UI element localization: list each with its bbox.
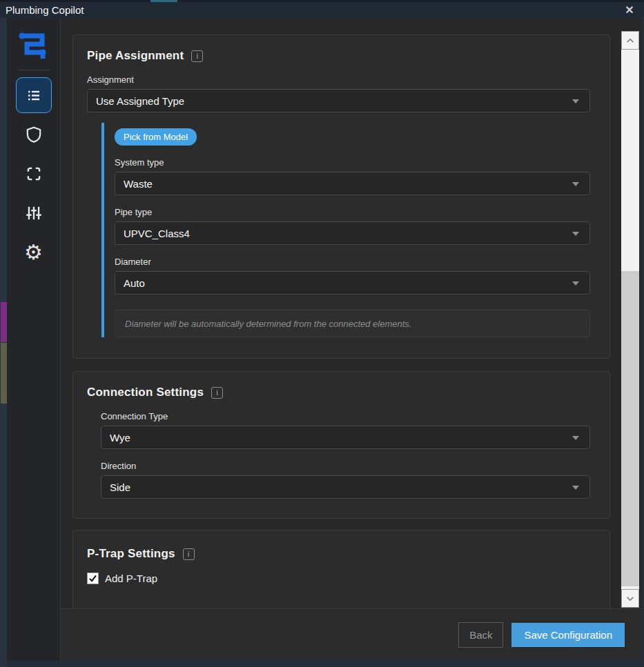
gear-icon: ⚙ <box>24 242 43 263</box>
assignment-select[interactable]: Use Assigned Type <box>87 89 590 112</box>
scrollbar-down-button[interactable] <box>621 589 639 608</box>
sliders-icon <box>25 204 43 222</box>
add-ptrap-row[interactable]: Add P-Trap <box>87 573 596 584</box>
direction-label: Direction <box>101 461 596 471</box>
connection-type-select-value: Wye <box>110 432 130 444</box>
chevron-down-icon <box>572 281 579 286</box>
sidebar-item-protection[interactable] <box>16 117 52 152</box>
shield-icon <box>25 126 43 143</box>
form-scroll-area: Pipe Assignment i Assignment Use Assigne… <box>61 18 642 608</box>
system-type-label: System type <box>115 157 596 168</box>
assignment-label: Assignment <box>87 74 596 85</box>
info-icon[interactable]: i <box>183 548 195 560</box>
info-icon[interactable]: i <box>211 387 223 399</box>
add-ptrap-label: Add P-Trap <box>105 573 157 584</box>
scrollbar-up-button[interactable] <box>621 31 639 50</box>
sidebar: ⚙ <box>7 18 61 661</box>
assigned-type-group: Pick from Model System type Waste Pipe t… <box>101 123 596 337</box>
chevron-down-icon <box>572 486 579 490</box>
dialog: ⚙ Pipe Assignment i Assignment Use Assig… <box>7 18 642 661</box>
sidebar-divider <box>19 70 49 70</box>
diameter-select-value: Auto <box>124 277 145 289</box>
ptrap-settings-section: P-Trap Settings i Add P-Trap <box>72 530 610 608</box>
ptrap-settings-title: P-Trap Settings <box>87 547 175 561</box>
pipe-type-label: Pipe type <box>115 207 596 217</box>
window-title: Plumbing Copilot <box>0 4 84 16</box>
diameter-note-text: Diameter will be automatically determine… <box>125 319 411 329</box>
vertical-scrollbar[interactable] <box>621 31 639 608</box>
sidebar-item-adjustments[interactable] <box>16 195 52 231</box>
diameter-label: Diameter <box>115 257 596 267</box>
pipe-assignment-title: Pipe Assignment <box>87 49 184 63</box>
check-icon <box>88 574 97 583</box>
pipe-type-select[interactable]: UPVC_Class4 <box>115 221 590 245</box>
scan-region-icon <box>25 165 43 183</box>
info-icon[interactable]: i <box>191 50 203 62</box>
footer: Back Save Configuration <box>61 608 642 661</box>
sidebar-item-settings[interactable]: ⚙ <box>16 235 52 270</box>
background-app-fragment <box>1 302 7 342</box>
main-panel: Pipe Assignment i Assignment Use Assigne… <box>61 18 642 661</box>
direction-select[interactable]: Side <box>101 475 590 499</box>
chevron-down-icon <box>625 595 635 602</box>
pipe-assignment-section: Pipe Assignment i Assignment Use Assigne… <box>72 34 610 359</box>
pipe-logo-icon <box>17 30 50 61</box>
direction-select-value: Side <box>110 481 130 493</box>
chevron-down-icon <box>572 232 579 236</box>
diameter-note: Diameter will be automatically determine… <box>115 310 590 337</box>
close-icon[interactable]: ✕ <box>621 2 638 18</box>
connection-settings-title: Connection Settings <box>87 386 204 399</box>
add-ptrap-checkbox[interactable] <box>87 573 99 584</box>
connection-settings-section: Connection Settings i Connection Type Wy… <box>72 371 610 519</box>
connection-type-label: Connection Type <box>101 411 596 421</box>
system-type-select[interactable]: Waste <box>115 172 590 195</box>
system-type-select-value: Waste <box>124 178 153 190</box>
titlebar: Plumbing Copilot ✕ <box>0 2 644 19</box>
save-configuration-button[interactable]: Save Configuration <box>511 623 625 647</box>
chevron-down-icon <box>572 99 579 103</box>
pipe-type-select-value: UPVC_Class4 <box>124 228 190 239</box>
scrollbar-thumb[interactable] <box>621 271 639 586</box>
connection-type-select[interactable]: Wye <box>101 426 590 449</box>
sidebar-item-assignments[interactable] <box>16 77 52 113</box>
chevron-down-icon <box>572 182 579 186</box>
chevron-down-icon <box>572 436 579 440</box>
background-app-fragment <box>1 343 7 404</box>
chevron-up-icon <box>625 37 635 44</box>
diameter-select[interactable]: Auto <box>115 271 590 295</box>
assignment-select-value: Use Assigned Type <box>96 95 184 107</box>
sidebar-item-scan-region[interactable] <box>16 156 52 192</box>
list-icon <box>26 87 42 103</box>
pick-from-model-button[interactable]: Pick from Model <box>115 128 197 146</box>
background-app-left-edge <box>0 18 7 667</box>
back-button[interactable]: Back <box>458 622 503 648</box>
